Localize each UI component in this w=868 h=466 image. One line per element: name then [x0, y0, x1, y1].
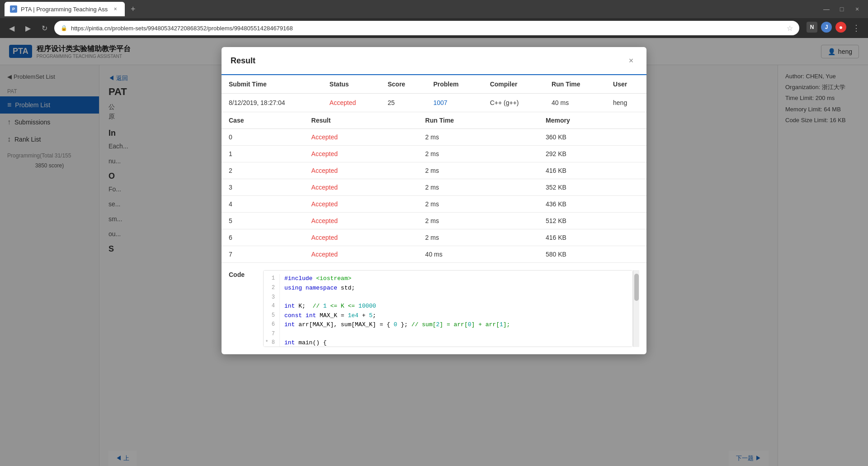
modal-overlay: Result × Submit Time Status Score Proble…: [0, 38, 868, 466]
col-user: User: [606, 75, 646, 94]
problem-link[interactable]: 1007: [433, 99, 447, 106]
code-line: 3: [264, 293, 632, 302]
col-case: Case: [222, 112, 304, 129]
col-run-time: Run Time: [544, 75, 606, 94]
modal-header: Result ×: [222, 47, 646, 75]
case-row: 7 Accepted 40 ms 580 KB: [222, 246, 646, 263]
line-number: 6: [264, 320, 280, 330]
star-icon[interactable]: ☆: [787, 24, 793, 33]
case-memory: 436 KB: [538, 196, 646, 213]
minimize-button[interactable]: —: [820, 3, 833, 15]
tab-favicon: P: [10, 5, 17, 13]
case-run-time: 2 ms: [418, 229, 538, 246]
case-memory: 580 KB: [538, 246, 646, 263]
case-result: Accepted: [304, 196, 418, 213]
case-run-time: 2 ms: [418, 129, 538, 146]
case-result: Accepted: [304, 246, 418, 263]
col-compiler: Compiler: [483, 75, 544, 94]
tab-title: PTA | Programming Teaching Ass: [21, 6, 108, 13]
code-content: using namespace std;: [284, 284, 632, 293]
browser-nav: ◀ ▶ ↻ 🔒 https://pintia.cn/problem-sets/9…: [0, 18, 868, 38]
case-memory: 512 KB: [538, 213, 646, 229]
menu-button[interactable]: ⋮: [850, 22, 863, 34]
code-section: Code 1#include <iostream> 2using namespa…: [222, 263, 646, 354]
browser-chrome: P PTA | Programming Teaching Ass × + — □…: [0, 0, 868, 18]
modal-close-button[interactable]: ×: [625, 54, 637, 67]
case-row: 3 Accepted 2 ms 352 KB: [222, 179, 646, 196]
case-num: 2: [222, 162, 304, 179]
submission-table: Submit Time Status Score Problem Compile…: [222, 75, 646, 112]
line-number: 4: [264, 302, 280, 311]
extension-n-icon[interactable]: N: [807, 22, 817, 33]
code-block: 1#include <iostream> 2using namespace st…: [264, 271, 632, 347]
line-number: * 8: [264, 338, 280, 347]
case-result: Accepted: [304, 229, 418, 246]
code-line: 1#include <iostream>: [264, 274, 632, 284]
case-row: 2 Accepted 2 ms 416 KB: [222, 162, 646, 179]
user-cell: heng: [606, 94, 646, 112]
col-result: Result: [304, 112, 418, 129]
submission-row: 8/12/2019, 18:27:04 Accepted 25 1007 C++…: [222, 94, 646, 112]
case-row: 1 Accepted 2 ms 292 KB: [222, 146, 646, 162]
url-text: https://pintia.cn/problem-sets/994805342…: [71, 25, 293, 32]
back-button[interactable]: ◀: [5, 22, 18, 34]
case-num: 0: [222, 129, 304, 146]
case-result: Accepted: [304, 213, 418, 229]
code-block-wrapper[interactable]: 1#include <iostream> 2using namespace st…: [263, 270, 633, 347]
address-bar[interactable]: 🔒 https://pintia.cn/problem-sets/9948053…: [54, 21, 799, 35]
case-result: Accepted: [304, 162, 418, 179]
col-problem: Problem: [426, 75, 482, 94]
status-cell: Accepted: [322, 94, 381, 112]
run-time-cell: 40 ms: [544, 94, 606, 112]
col-score: Score: [380, 75, 426, 94]
case-run-time: 2 ms: [418, 162, 538, 179]
case-row: 0 Accepted 2 ms 360 KB: [222, 129, 646, 146]
case-run-time: 40 ms: [418, 246, 538, 263]
case-num: 3: [222, 179, 304, 196]
case-run-time: 2 ms: [418, 196, 538, 213]
code-content: [284, 330, 632, 338]
new-tab-button[interactable]: +: [127, 3, 139, 15]
case-row: 4 Accepted 2 ms 436 KB: [222, 196, 646, 213]
case-num: 6: [222, 229, 304, 246]
code-label: Code: [229, 270, 256, 347]
lock-icon: 🔒: [61, 25, 67, 31]
active-tab[interactable]: P PTA | Programming Teaching Ass ×: [5, 2, 125, 16]
case-num: 4: [222, 196, 304, 213]
extension-red-icon[interactable]: ●: [835, 22, 846, 33]
case-table: Case Result Run Time Memory 0 Accepted 2…: [222, 112, 646, 263]
col-status: Status: [322, 75, 381, 94]
col-memory: Memory: [538, 112, 646, 129]
case-result: Accepted: [304, 146, 418, 162]
case-memory: 416 KB: [538, 229, 646, 246]
result-modal: Result × Submit Time Status Score Proble…: [222, 47, 646, 354]
code-scrollbar[interactable]: [633, 270, 639, 347]
code-line: 4int K; // 1 <= K <= 10000: [264, 302, 632, 311]
line-number: 1: [264, 274, 280, 284]
case-memory: 292 KB: [538, 146, 646, 162]
code-content: [284, 293, 632, 302]
maximize-button[interactable]: □: [835, 3, 848, 15]
refresh-button[interactable]: ↻: [38, 22, 51, 34]
case-memory: 360 KB: [538, 129, 646, 146]
case-num: 7: [222, 246, 304, 263]
code-line: * 8int main() {: [264, 338, 632, 347]
case-num: 1: [222, 146, 304, 162]
score-cell: 25: [380, 94, 426, 112]
submit-time-cell: 8/12/2019, 18:27:04: [222, 94, 322, 112]
case-result: Accepted: [304, 179, 418, 196]
code-line: 6int arr[MAX_K], sum[MAX_K] = { 0 }; // …: [264, 320, 632, 330]
case-memory: 352 KB: [538, 179, 646, 196]
extension-icons: N J ● ⋮: [807, 22, 863, 34]
code-content: int K; // 1 <= K <= 10000: [284, 302, 632, 311]
case-run-time: 2 ms: [418, 179, 538, 196]
case-run-time: 2 ms: [418, 213, 538, 229]
compiler-cell: C++ (g++): [483, 94, 544, 112]
close-button[interactable]: ×: [851, 3, 863, 15]
forward-button[interactable]: ▶: [22, 22, 34, 34]
code-line: 7: [264, 330, 632, 338]
extension-j-icon[interactable]: J: [821, 22, 832, 33]
tab-close-button[interactable]: ×: [111, 5, 119, 13]
code-content: const int MAX_K = 1e4 + 5;: [284, 311, 632, 321]
modal-title: Result: [231, 56, 255, 66]
